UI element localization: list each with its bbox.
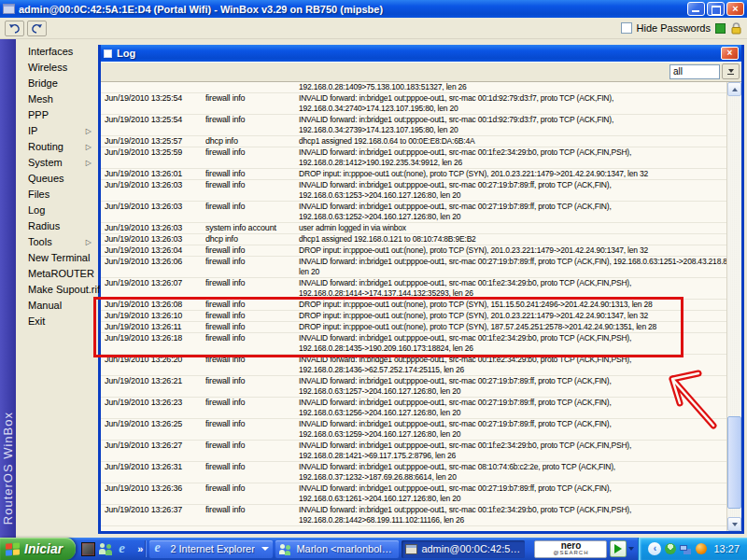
- sidebar-item-tools[interactable]: Tools▷: [16, 234, 96, 250]
- log-row[interactable]: Jun/19/2010 13:25:54firewall infoINVALID…: [101, 93, 726, 115]
- log-row[interactable]: Jun/19/2010 13:26:10firewall infoDROP in…: [101, 311, 726, 322]
- log-row[interactable]: Jun/19/2010 13:25:57dhcp infodhcp1 assig…: [101, 136, 726, 147]
- log-time: Jun/19/2010 13:26:21: [101, 376, 205, 397]
- log-scrollbar[interactable]: [726, 82, 741, 531]
- redo-icon: [31, 23, 43, 34]
- log-window-icon: [104, 49, 112, 58]
- log-row[interactable]: Jun/19/2010 13:26:23firewall infoINVALID…: [101, 398, 726, 419]
- log-message: INVALID forward: in:bridge1 out:pppoe-ou…: [299, 202, 726, 222]
- scroll-up-button[interactable]: [727, 82, 741, 96]
- log-row[interactable]: Jun/19/2010 13:26:20firewall infoINVALID…: [101, 355, 726, 376]
- sidebar-item-wireless[interactable]: Wireless: [16, 60, 96, 76]
- chevron-right-icon: ▷: [86, 234, 92, 250]
- log-window-close-button[interactable]: ×: [721, 47, 739, 60]
- sidebar-item-make-supout-rif[interactable]: Make Supout.rif: [16, 282, 96, 298]
- log-row[interactable]: Jun/19/2010 13:26:04firewall infoDROP in…: [101, 245, 726, 257]
- log-row[interactable]: Jun/19/2010 13:26:27firewall infoINVALID…: [101, 441, 726, 462]
- sidebar-item-routing[interactable]: Routing▷: [16, 139, 96, 155]
- sidebar-item-ip[interactable]: IP▷: [16, 123, 96, 139]
- nero-go-button[interactable]: [610, 540, 627, 557]
- ie-icon: [153, 543, 166, 555]
- start-button[interactable]: Iniciar: [0, 538, 76, 560]
- log-time: Jun/19/2010 13:26:07: [101, 278, 205, 299]
- restore-button[interactable]: [707, 2, 725, 16]
- taskbar-task[interactable]: admin@00:0C:42:5A:...: [402, 540, 525, 558]
- log-row[interactable]: 192.168.0.28:1409>75.138.100.183:51327, …: [101, 82, 726, 93]
- sidebar-item-queues[interactable]: Queues: [16, 171, 96, 187]
- sidebar-item-new-terminal[interactable]: New Terminal: [16, 250, 96, 266]
- scroll-down-button[interactable]: [727, 517, 741, 531]
- log-row[interactable]: Jun/19/2010 13:26:31firewall infoINVALID…: [101, 462, 726, 483]
- log-row[interactable]: Jun/19/2010 13:26:03dhcp infodhcp1 assig…: [101, 234, 726, 245]
- nero-search-box[interactable]: nero @SEARCH: [534, 540, 607, 558]
- log-row[interactable]: Jun/19/2010 13:26:08firewall infoDROP in…: [101, 300, 726, 311]
- sidebar-item-interfaces[interactable]: Interfaces: [16, 44, 96, 60]
- tray-app-icon[interactable]: [696, 543, 707, 554]
- redo-button[interactable]: [27, 21, 47, 36]
- log-row[interactable]: Jun/19/2010 13:26:11firewall infoDROP in…: [101, 322, 726, 333]
- sidebar-item-manual[interactable]: Manual: [16, 298, 96, 314]
- sidebar-item-files[interactable]: Files: [16, 187, 96, 203]
- log-time: Jun/19/2010 13:26:25: [101, 419, 205, 440]
- log-window-titlebar[interactable]: Log ×: [101, 45, 741, 62]
- tray-collapse-chevron-icon[interactable]: ‹: [648, 542, 661, 555]
- taskbar-tasks: 2 Internet ExplorerMarlon <marlonbolza..…: [148, 540, 531, 558]
- system-tray: ‹ 13:27: [638, 538, 747, 560]
- log-time: Jun/19/2010 13:26:27: [101, 441, 205, 461]
- log-row[interactable]: Jun/19/2010 13:26:03firewall infoINVALID…: [101, 180, 726, 202]
- sidebar-item-radius[interactable]: Radius: [16, 218, 96, 234]
- log-row[interactable]: Jun/19/2010 13:26:21firewall infoINVALID…: [101, 376, 726, 398]
- sidebar-item-bridge[interactable]: Bridge: [16, 76, 96, 91]
- log-row[interactable]: Jun/19/2010 13:26:36firewall infoINVALID…: [101, 483, 726, 505]
- log-message: DROP input: in:pppoe-out1 out:(none), pr…: [299, 169, 726, 179]
- log-row[interactable]: Jun/19/2010 13:26:37firewall infoINVALID…: [101, 505, 726, 526]
- close-button[interactable]: ×: [726, 2, 744, 16]
- log-filter-dropdown[interactable]: all: [669, 64, 720, 79]
- quick-launch-overflow-chevron[interactable]: »: [137, 543, 143, 554]
- log-row[interactable]: Jun/19/2010 13:26:07firewall infoINVALID…: [101, 278, 726, 300]
- log-topics: firewall info: [205, 169, 299, 179]
- sidebar-item-label: Tools: [28, 236, 52, 247]
- hide-passwords-checkbox[interactable]: [621, 22, 632, 34]
- sidebar-item-metarouter[interactable]: MetaROUTER: [16, 266, 96, 282]
- quick-launch-app-icon[interactable]: [81, 542, 95, 556]
- log-row[interactable]: Jun/19/2010 13:26:06firewall infoINVALID…: [101, 257, 726, 278]
- taskbar-task[interactable]: 2 Internet Explorer: [149, 540, 273, 558]
- log-row[interactable]: Jun/19/2010 13:26:03system info accountu…: [101, 223, 726, 234]
- log-topics: [205, 82, 299, 92]
- minimize-button[interactable]: [687, 2, 705, 16]
- log-message: INVALID forward: in:bridge1 out:pppoe-ou…: [299, 278, 726, 299]
- chevron-down-icon[interactable]: [628, 547, 634, 551]
- tray-network-icon[interactable]: [680, 545, 687, 551]
- sidebar-item-ppp[interactable]: PPP: [16, 107, 96, 123]
- quick-launch-users-icon[interactable]: [99, 542, 113, 556]
- log-topics: firewall info: [205, 180, 299, 201]
- log-time: Jun/19/2010 13:26:01: [101, 169, 205, 179]
- quick-launch-ie-icon[interactable]: [117, 542, 131, 556]
- tray-user-icon[interactable]: [665, 543, 676, 554]
- log-row[interactable]: Jun/19/2010 13:26:01firewall infoDROP in…: [101, 169, 726, 180]
- scrollbar-thumb[interactable]: [727, 416, 741, 509]
- log-row[interactable]: Jun/19/2010 13:26:18firewall infoINVALID…: [101, 333, 726, 355]
- sidebar-item-log[interactable]: Log: [16, 203, 96, 218]
- brand-strip: RouterOS WinBox: [0, 39, 16, 538]
- scrollbar-track[interactable]: [727, 96, 741, 517]
- log-topics: firewall info: [205, 462, 299, 483]
- taskbar-task[interactable]: Marlon <marlonbolza...: [275, 540, 399, 558]
- undo-button[interactable]: [5, 21, 24, 36]
- log-message: INVALID forward: in:bridge1 out:pppoe-ou…: [299, 257, 726, 277]
- log-row[interactable]: Jun/19/2010 13:25:59firewall infoINVALID…: [101, 147, 726, 169]
- chevron-right-icon: ▷: [86, 123, 92, 139]
- log-topics: firewall info: [205, 483, 299, 504]
- log-row[interactable]: Jun/19/2010 13:26:03firewall infoINVALID…: [101, 202, 726, 223]
- sidebar-item-exit[interactable]: Exit: [16, 314, 96, 329]
- sidebar-item-label: Exit: [28, 315, 45, 327]
- sidebar-item-label: Files: [28, 189, 49, 200]
- sidebar-item-mesh[interactable]: Mesh: [16, 91, 96, 107]
- sidebar-item-label: Make Supout.rif: [28, 284, 100, 295]
- sidebar-item-system[interactable]: System▷: [16, 155, 96, 171]
- log-topics: firewall info: [205, 202, 299, 222]
- log-row[interactable]: Jun/19/2010 13:25:54firewall infoINVALID…: [101, 115, 726, 136]
- log-follow-button[interactable]: [722, 63, 740, 79]
- log-row[interactable]: Jun/19/2010 13:26:25firewall infoINVALID…: [101, 419, 726, 441]
